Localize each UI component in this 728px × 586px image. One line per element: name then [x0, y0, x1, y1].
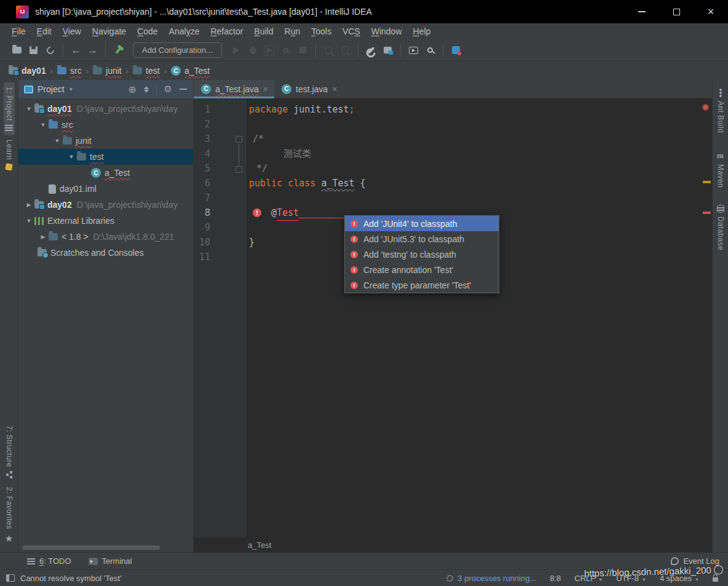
tab-a-test-java[interactable]: a_Test.java× — [194, 80, 274, 98]
run-coverage-button[interactable] — [261, 42, 278, 58]
expand-arrow-icon[interactable] — [66, 154, 77, 160]
expand-arrow-icon[interactable] — [52, 138, 63, 144]
settings-button[interactable] — [363, 42, 379, 58]
project-panel-title[interactable]: Project — [38, 84, 65, 94]
collapse-arrow-icon[interactable] — [38, 234, 49, 240]
profiler-button[interactable] — [278, 42, 295, 58]
tool-button-todo[interactable]: 6: TODO — [27, 556, 71, 566]
commit-button[interactable] — [337, 42, 354, 58]
menu-help[interactable]: Help — [408, 25, 437, 38]
menu-window[interactable]: Window — [366, 25, 408, 38]
menu-edit[interactable]: Edit — [31, 25, 57, 38]
stop-button[interactable] — [295, 42, 311, 58]
menu-tools[interactable]: Tools — [306, 25, 337, 38]
breadcrumb-test[interactable]: test — [133, 66, 160, 76]
build-button[interactable] — [110, 42, 127, 58]
open-button[interactable] — [9, 42, 25, 58]
project-structure-button[interactable] — [379, 42, 396, 58]
menu-analyze[interactable]: Analyze — [164, 25, 205, 38]
minimize-button[interactable] — [625, 0, 659, 23]
maximize-button[interactable] — [659, 0, 694, 23]
popup-item-create-annotation[interactable]: Create annotation 'Test' — [345, 262, 499, 277]
tree-item-a-test[interactable]: a_Test — [18, 165, 193, 181]
fold-marker-icon[interactable] — [235, 136, 242, 143]
menu-code[interactable]: Code — [132, 25, 163, 38]
open-folder-icon — [12, 47, 22, 53]
debug-button[interactable] — [245, 42, 261, 58]
breadcrumb-a-test[interactable]: a_Test — [171, 66, 210, 76]
tree-item-day01-iml[interactable]: day01.iml — [18, 181, 193, 197]
popup-item-create-type-parameter[interactable]: Create type parameter 'Test' — [345, 277, 499, 293]
error-lightbulb-icon[interactable] — [253, 208, 261, 217]
tree-item-jdk[interactable]: < 1.8 >D:\Java\jdk1.8.0_221 — [18, 229, 193, 245]
tree-item-label: day01 — [47, 104, 72, 114]
gear-icon[interactable] — [164, 84, 172, 95]
tool-button-ant-build[interactable]: Ant Build — [716, 89, 725, 133]
breadcrumb-src[interactable]: src — [57, 66, 82, 76]
menu-navigate[interactable]: Navigate — [87, 25, 132, 38]
close-tab-icon[interactable]: × — [332, 84, 337, 94]
tool-button-favorites[interactable]: 2: Favorites — [4, 483, 15, 548]
tree-item-scratches[interactable]: Scratches and Consoles — [18, 245, 193, 261]
caret-position-widget[interactable]: 8:8 — [550, 574, 561, 583]
back-button[interactable] — [68, 42, 84, 58]
menu-label: Anal — [169, 26, 186, 36]
breadcrumb-junit[interactable]: junit — [93, 66, 122, 76]
tree-item-external-libraries[interactable]: External Libraries — [18, 213, 193, 229]
error-stripe-mark[interactable] — [703, 212, 711, 214]
expand-arrow-icon[interactable] — [23, 218, 34, 224]
hide-panel-button[interactable] — [180, 89, 187, 90]
code-line: 测试类 — [249, 146, 712, 161]
horizontal-scrollbar[interactable] — [22, 545, 160, 550]
code-editor[interactable]: package junit.test; /* 测试类 */ public cla… — [246, 98, 712, 537]
menu-view[interactable]: View — [57, 25, 87, 38]
menu-vcs[interactable]: VCS — [337, 25, 366, 38]
menu-file[interactable]: File — [6, 25, 31, 38]
run-button[interactable] — [228, 42, 245, 58]
search-everywhere-button[interactable] — [422, 42, 438, 58]
tab-test-java[interactable]: test.java× — [274, 80, 343, 98]
popup-item-add-junit5[interactable]: Add 'JUnit5.3' to classpath — [345, 231, 499, 247]
search-icon — [427, 47, 433, 53]
run-configuration-selector[interactable]: Add Configuration... — [133, 42, 222, 58]
tree-item-day02[interactable]: day02D:\java_project\shiyan\day — [18, 197, 193, 213]
save-button[interactable] — [25, 42, 42, 58]
tool-button-maven[interactable]: Maven — [716, 151, 725, 188]
dropdown-arrow-icon[interactable]: ▼ — [69, 87, 74, 92]
tree-item-day01[interactable]: day01D:\java_project\shiyan\day — [18, 101, 193, 117]
lock-icon[interactable] — [713, 577, 718, 582]
expand-arrow-icon[interactable] — [38, 122, 49, 128]
menu-build[interactable]: Build — [248, 25, 279, 38]
tool-button-structure[interactable]: 7: Structure — [4, 421, 15, 483]
collapse-all-button[interactable] — [144, 86, 149, 93]
warning-stripe-mark[interactable] — [703, 181, 711, 183]
close-button[interactable]: × — [694, 0, 728, 23]
fold-marker-icon[interactable] — [235, 166, 242, 173]
tool-button-database[interactable]: Database — [716, 205, 725, 250]
tool-button-learn[interactable]: Learn — [4, 135, 15, 175]
tool-window-toggle-icon[interactable] — [6, 574, 15, 582]
forward-button[interactable] — [84, 42, 101, 58]
sync-button[interactable] — [42, 42, 58, 58]
breadcrumb-day01[interactable]: day01 — [9, 66, 46, 76]
editor-breadcrumb[interactable]: a_Test — [248, 540, 271, 550]
tree-item-test[interactable]: test — [18, 149, 193, 165]
error-count-badge[interactable] — [702, 104, 709, 111]
popup-item-add-testng[interactable]: Add 'testng' to classpath — [345, 247, 499, 262]
ide-features-trainer-button[interactable] — [448, 42, 464, 58]
tool-button-terminal[interactable]: Terminal — [89, 556, 132, 566]
editor-gutter[interactable]: 1 2 3 4 5 6 7 8 9 10 11 — [194, 98, 246, 537]
locate-file-button[interactable] — [128, 84, 136, 95]
run-anything-button[interactable] — [405, 42, 422, 58]
menu-run[interactable]: Run — [279, 25, 306, 38]
tree-item-junit[interactable]: junit — [18, 133, 193, 149]
expand-arrow-icon[interactable] — [23, 106, 34, 112]
tree-item-src[interactable]: src — [18, 117, 193, 133]
close-tab-icon[interactable]: × — [263, 84, 268, 94]
tool-button-project[interactable]: 1: Project — [4, 82, 15, 135]
background-processes-link[interactable]: 3 processes running... — [446, 574, 536, 583]
menu-refactor[interactable]: Refactor — [205, 25, 248, 38]
update-project-button[interactable] — [320, 42, 337, 58]
collapse-arrow-icon[interactable] — [23, 202, 34, 208]
popup-item-add-junit4[interactable]: Add 'JUnit4' to classpath — [345, 216, 499, 231]
